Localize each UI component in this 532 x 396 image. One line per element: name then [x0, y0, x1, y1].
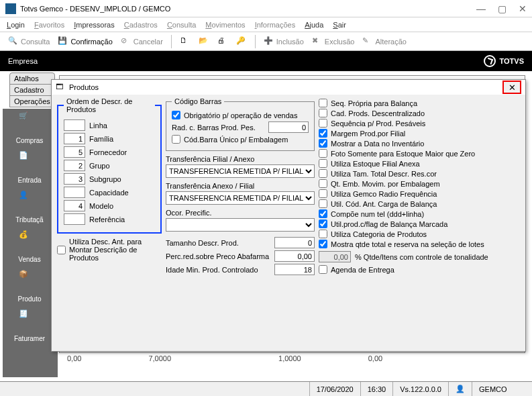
capacidade-label: Capacidade — [89, 189, 129, 197]
tb-confirmacao[interactable]: 💾Confirmação — [55, 35, 115, 48]
faturamento-icon[interactable]: 🧾 — [19, 309, 40, 331]
margem-filial-label: Margem Prod.por Filial — [331, 130, 405, 138]
cod-ant-balanca-label: Util. Cód. Ant. Carga de Balança — [331, 200, 437, 208]
tb-cancelar[interactable]: ⊘Cancelar — [118, 35, 166, 48]
produto-icon[interactable]: 📦 — [19, 270, 40, 291]
close-button[interactable]: ✕ — [519, 3, 527, 14]
obrigatorio-checkbox[interactable] — [172, 111, 180, 119]
compras-icon[interactable]: 🛒 — [19, 111, 40, 133]
menu-movimentos[interactable]: Movimentos — [205, 21, 245, 29]
foto-maior-zero-checkbox[interactable] — [319, 149, 327, 158]
subgrupo-input[interactable] — [64, 173, 85, 185]
seq-balanca-checkbox[interactable] — [319, 99, 327, 107]
minimize-button[interactable]: — — [476, 3, 486, 14]
mostrar-data-checkbox[interactable] — [319, 139, 327, 148]
ocor-label: Ocor. Precific. — [166, 209, 315, 217]
menu-informacoes[interactable]: Informações — [255, 21, 296, 29]
qt-emb-checkbox[interactable] — [319, 179, 327, 188]
tam-descr-label: Tamanho Descr. Prod. — [166, 239, 274, 247]
margem-filial-checkbox[interactable] — [319, 129, 327, 138]
codigo-barras-legend: Código Barras — [172, 97, 224, 105]
vendas-icon[interactable]: 💰 — [19, 230, 40, 252]
status-user-icon: 👤 — [448, 382, 472, 396]
perc-red-label: Perc.red.sobre Preco Abafarma — [166, 252, 274, 260]
tam-total-checkbox[interactable] — [319, 169, 327, 178]
search-icon: 🔍 — [8, 36, 19, 47]
categoria-checkbox[interactable] — [319, 230, 327, 238]
menu-impressoras[interactable]: Impressoras — [74, 21, 115, 29]
tam-total-label: Utiliza Tam. Total Descr. Res.cor — [331, 170, 437, 178]
perc-red-input[interactable] — [274, 250, 315, 262]
rad-input[interactable] — [268, 121, 309, 133]
cod-ant-balanca-checkbox[interactable] — [319, 199, 327, 208]
add-icon: ➕ — [264, 36, 274, 47]
title-bar: Totvs Gemco - DESENV_IMPLOLD / GEMCO — ▢… — [0, 0, 532, 17]
tb-inclusao[interactable]: ➕Inclusão — [261, 35, 307, 48]
idade-min-input[interactable] — [274, 264, 315, 275]
agenda-checkbox[interactable] — [319, 265, 327, 274]
brand-icon — [484, 55, 496, 67]
obrigatorio-label: Obrigatório p/ operação de vendas — [184, 111, 297, 119]
seq-pesaveis-checkbox[interactable] — [319, 119, 327, 128]
tributacao-label: Tributaçã — [15, 216, 43, 224]
transf-fa-select[interactable]: TRANSFERENCIA REMETIDA P/ FILIAL — [166, 164, 315, 178]
utiliza-desc-ant-checkbox[interactable] — [57, 246, 66, 254]
transf-fa-label: Transferência Filial / Anexo — [166, 155, 315, 163]
cod-unico-checkbox[interactable] — [172, 135, 180, 144]
mostrar-data-label: Mostrar a Data no Inventário — [331, 140, 424, 148]
tb-key[interactable]: 🔑 — [233, 35, 250, 48]
tab-operacoes[interactable]: Operações — [9, 95, 55, 107]
menu-cadastros[interactable]: Cadastros — [124, 21, 158, 29]
tam-descr-input[interactable] — [274, 237, 315, 248]
flag-balanca-checkbox[interactable] — [319, 219, 327, 228]
tab-cadastro[interactable]: Cadastro — [9, 84, 55, 96]
menu-sair[interactable]: Sair — [333, 21, 346, 29]
entrada-icon[interactable]: 📄 — [19, 151, 40, 172]
menu-favoritos[interactable]: Favoritos — [34, 21, 64, 29]
grupo-input[interactable] — [64, 160, 85, 171]
qtde-total-checkbox[interactable] — [319, 240, 327, 248]
transf-af-select[interactable]: TRANSFERENCIA REMETIDA P/ FILIAL — [166, 191, 315, 205]
fornecedor-input[interactable] — [64, 146, 85, 158]
utiliza-desc-ant-label: Utiliza Desc. Ant. para Montar Descrição… — [69, 238, 162, 262]
menu-ajuda[interactable]: Ajuda — [305, 21, 323, 29]
estoque-anexa-checkbox[interactable] — [319, 159, 327, 168]
linha-input[interactable] — [64, 119, 85, 131]
ocor-select[interactable] — [166, 218, 315, 232]
tributacao-icon[interactable]: 👤 — [19, 191, 40, 212]
brand: TOTVS — [484, 55, 524, 67]
status-time: 16:30 — [360, 382, 393, 396]
capacidade-input[interactable] — [64, 187, 85, 198]
tab-atalhos[interactable]: Atalhos — [9, 72, 55, 85]
app-icon — [5, 3, 16, 14]
estoque-anexa-label: Utiliza Estoque Filial Anexa — [331, 160, 420, 168]
familia-input[interactable] — [64, 133, 85, 144]
linha-label: Linha — [89, 121, 107, 130]
modelo-input[interactable] — [64, 200, 85, 211]
gemco-radio-checkbox[interactable] — [319, 189, 327, 198]
sidebar: 🛒 Compras 📄 Entrada 👤 Tributaçã 💰 Vendas… — [5, 111, 54, 345]
referencia-input[interactable] — [64, 213, 85, 225]
tb-print[interactable]: 🖨 — [215, 35, 231, 48]
status-version: Vs.122.0.0.0 — [392, 382, 448, 396]
save-icon: 💾 — [58, 36, 68, 47]
tb-open[interactable]: 📂 — [196, 35, 212, 48]
modelo-label: Modelo — [89, 202, 113, 210]
dialog-close-button[interactable]: ✕ — [502, 81, 521, 94]
maximize-button[interactable]: ▢ — [498, 3, 507, 14]
rad-label: Rad. c. Barras Prod. Pes. — [172, 123, 268, 132]
tb-new[interactable]: 🗋 — [177, 35, 193, 48]
menu-login[interactable]: Login — [7, 21, 25, 29]
menu-consulta[interactable]: Consulta — [167, 21, 196, 29]
faturamento-label: Faturamer — [14, 335, 45, 342]
qtde-total-label: Mostra qtde total e reserva na seleção d… — [331, 240, 484, 248]
status-date: 17/06/2020 — [309, 382, 360, 396]
status-bar: 17/06/2020 16:30 Vs.122.0.0.0 👤 GEMCO — [0, 381, 532, 396]
tb-consulta[interactable]: 🔍Consulta — [5, 35, 52, 48]
tb-exclusao[interactable]: ✖Exclusão — [309, 35, 358, 48]
window-title: Totvs Gemco - DESENV_IMPLOLD / GEMCO — [20, 5, 170, 13]
produto-label: Produto — [17, 295, 41, 303]
compoe-tel-checkbox[interactable] — [319, 209, 327, 218]
cad-descentral-checkbox[interactable] — [319, 109, 327, 117]
tb-alteracao[interactable]: ✎Alteração — [360, 35, 409, 48]
